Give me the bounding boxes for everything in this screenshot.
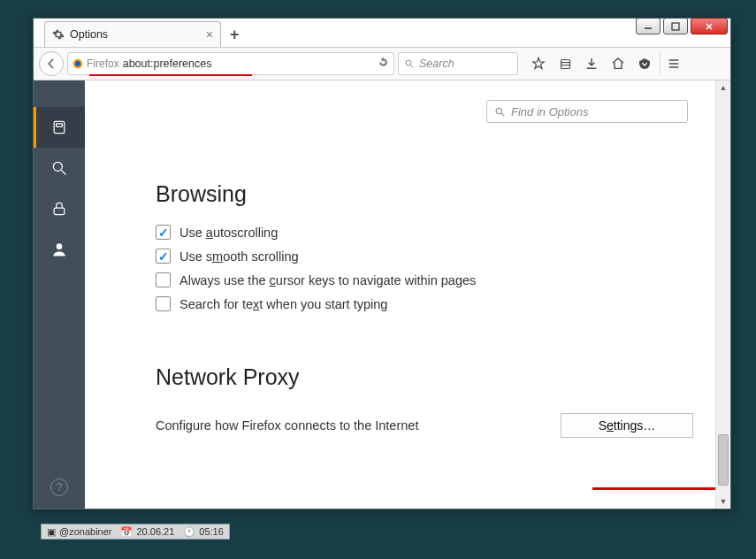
svg-rect-16 bbox=[54, 208, 65, 215]
checkbox[interactable] bbox=[156, 296, 171, 311]
hamburger-menu-button[interactable] bbox=[660, 51, 686, 76]
proxy-settings-button[interactable]: Settings… bbox=[561, 413, 693, 438]
svg-rect-13 bbox=[57, 124, 63, 126]
option-label: Search for text when you start typing bbox=[179, 297, 387, 311]
svg-rect-6 bbox=[561, 59, 569, 68]
svg-line-19 bbox=[501, 113, 504, 116]
option-label: Use smooth scrolling bbox=[179, 249, 299, 264]
lock-icon bbox=[50, 200, 68, 218]
sidebar-item-account[interactable] bbox=[34, 229, 85, 270]
svg-point-3 bbox=[75, 61, 80, 66]
search-bar[interactable]: Search bbox=[398, 52, 518, 75]
scroll-down-arrow[interactable]: ▼ bbox=[716, 494, 730, 509]
svg-point-14 bbox=[53, 162, 62, 171]
taskbar-user: ▣ @zonabiner bbox=[47, 526, 111, 538]
back-button[interactable] bbox=[39, 51, 64, 76]
minimize-button[interactable] bbox=[636, 18, 661, 34]
close-button[interactable] bbox=[691, 18, 728, 34]
search-placeholder: Search bbox=[419, 57, 454, 70]
tab-bar: Options × + bbox=[34, 19, 730, 47]
search-icon bbox=[50, 159, 68, 177]
browsing-option-2[interactable]: Always use the cursor keys to navigate w… bbox=[156, 272, 693, 287]
scroll-thumb[interactable] bbox=[718, 434, 729, 486]
firefox-icon bbox=[72, 57, 84, 70]
reload-button[interactable] bbox=[376, 57, 390, 71]
general-icon bbox=[50, 119, 68, 136]
downloads-button[interactable] bbox=[578, 51, 605, 76]
home-button[interactable] bbox=[605, 51, 631, 76]
find-in-options[interactable]: Find in Options bbox=[486, 100, 688, 123]
identity-badge: Firefox bbox=[72, 57, 119, 70]
preferences-main: Find in Options Browsing Use autoscrolli… bbox=[85, 80, 730, 509]
sidebar-help-button[interactable]: ? bbox=[50, 479, 68, 496]
tab-options[interactable]: Options × bbox=[44, 21, 221, 47]
search-icon bbox=[494, 106, 506, 118]
svg-line-15 bbox=[62, 171, 66, 175]
library-button[interactable] bbox=[552, 51, 578, 76]
browsing-option-1[interactable]: Use smooth scrolling bbox=[156, 249, 693, 264]
bookmark-star-button[interactable] bbox=[525, 51, 552, 76]
tab-close-icon[interactable]: × bbox=[206, 27, 213, 42]
option-label: Always use the cursor keys to navigate w… bbox=[179, 273, 476, 287]
person-icon bbox=[50, 241, 68, 258]
maximize-button[interactable] bbox=[663, 18, 688, 34]
scroll-up-arrow[interactable]: ▲ bbox=[716, 80, 730, 95]
browsing-option-0[interactable]: Use autoscrolling bbox=[156, 225, 693, 240]
svg-rect-1 bbox=[672, 23, 679, 30]
option-label: Use autoscrolling bbox=[179, 226, 278, 240]
url-text: about:preferences bbox=[123, 57, 212, 70]
section-proxy-title: Network Proxy bbox=[156, 364, 693, 390]
toolbar: Firefox about:preferences Search bbox=[34, 47, 730, 80]
sidebar-item-privacy[interactable] bbox=[34, 188, 85, 229]
section-browsing-title: Browsing bbox=[156, 181, 693, 207]
svg-point-17 bbox=[57, 243, 63, 249]
tab-title: Options bbox=[70, 28, 108, 41]
preferences-sidebar: ? bbox=[34, 80, 85, 509]
pocket-button[interactable] bbox=[631, 51, 658, 76]
checkbox[interactable] bbox=[156, 225, 171, 240]
identity-text: Firefox bbox=[87, 57, 119, 70]
svg-point-4 bbox=[406, 60, 411, 65]
taskbar-time: 🕐 05:16 bbox=[183, 526, 224, 538]
svg-line-5 bbox=[411, 65, 414, 68]
highlight-line bbox=[89, 74, 252, 76]
content-area: ? Find in Options Browsing Use autoscrol… bbox=[34, 80, 730, 509]
browser-window: Options × + Firefox about:preferences Se… bbox=[33, 18, 731, 509]
svg-point-18 bbox=[496, 108, 502, 114]
url-bar[interactable]: Firefox about:preferences bbox=[67, 52, 394, 75]
desktop-taskbar: ▣ @zonabiner 📅 20.06.21 🕐 05:16 bbox=[41, 524, 230, 540]
window-controls bbox=[636, 18, 728, 34]
sidebar-item-general[interactable] bbox=[34, 107, 85, 148]
checkbox[interactable] bbox=[156, 249, 171, 264]
highlight-line bbox=[592, 487, 730, 490]
gear-icon bbox=[52, 28, 65, 41]
browsing-option-3[interactable]: Search for text when you start typing bbox=[156, 296, 693, 311]
search-icon bbox=[404, 58, 415, 69]
checkbox[interactable] bbox=[156, 272, 171, 287]
sidebar-item-search[interactable] bbox=[34, 148, 85, 188]
proxy-row: Configure how Firefox connects to the In… bbox=[156, 413, 693, 438]
find-placeholder: Find in Options bbox=[511, 105, 588, 119]
proxy-description: Configure how Firefox connects to the In… bbox=[156, 418, 418, 433]
vertical-scrollbar[interactable]: ▲ ▼ bbox=[715, 80, 730, 509]
taskbar-date: 📅 20.06.21 bbox=[120, 526, 174, 538]
toolbar-icons bbox=[525, 51, 686, 76]
new-tab-button[interactable]: + bbox=[230, 26, 240, 44]
